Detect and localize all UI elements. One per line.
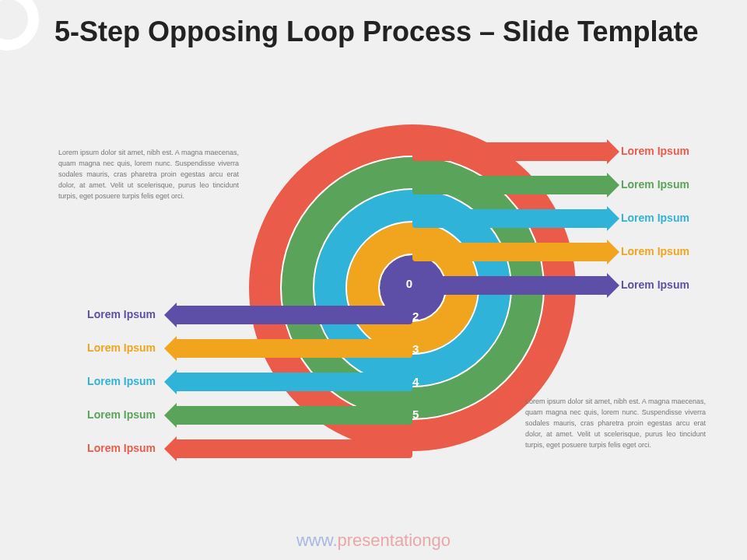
arrow-left-3	[175, 373, 412, 391]
footer-watermark: www.presentationgo	[0, 530, 747, 551]
label-right-5: Lorem Ipsum	[621, 145, 689, 157]
label-right-4: Lorem Ipsum	[621, 178, 689, 191]
arrow-left-5	[175, 439, 412, 458]
arrow-right-4	[412, 176, 608, 194]
arrow-left-2	[175, 339, 412, 358]
arrow-left-4	[175, 406, 412, 425]
arrow-right-2	[412, 243, 608, 261]
arrow-right-3	[412, 209, 608, 228]
label-left-4: Lorem Ipsum	[62, 408, 156, 421]
label-left-5: Lorem Ipsum	[62, 442, 156, 454]
watermark-logo	[0, 0, 39, 51]
description-bottom: Lorem ipsum dolor sit amet, nibh est. A …	[525, 397, 706, 451]
label-left-3: Lorem Ipsum	[62, 375, 156, 387]
arrow-right-1	[412, 276, 608, 295]
label-right-1: Lorem Ipsum	[621, 278, 689, 291]
arrow-left-1	[175, 306, 412, 324]
footer-mid: presentationgo	[338, 530, 451, 550]
footer-pre: www.	[296, 530, 338, 550]
description-top: Lorem ipsum dolor sit amet, nibh est. A …	[58, 148, 239, 202]
label-left-1: Lorem Ipsum	[62, 308, 156, 320]
arrow-right-5	[412, 142, 608, 161]
label-left-2: Lorem Ipsum	[62, 341, 156, 354]
page-title: 5-Step Opposing Loop Process – Slide Tem…	[54, 16, 699, 47]
label-right-3: Lorem Ipsum	[621, 212, 689, 224]
label-right-2: Lorem Ipsum	[621, 245, 689, 257]
